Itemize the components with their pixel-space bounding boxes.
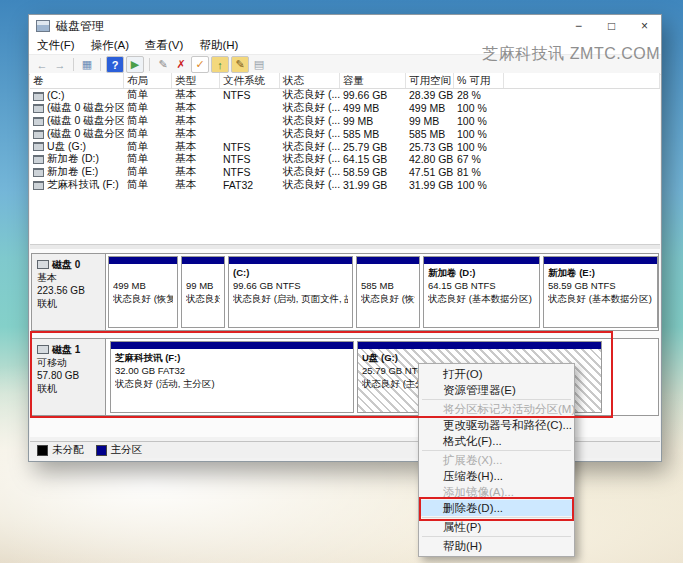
partition-recovery-585mb[interactable]: 585 MB状态良好 (恢复 — [356, 256, 420, 328]
window-controls: − □ × — [562, 15, 661, 37]
toolbar-separator — [73, 58, 74, 71]
partition-d-drive[interactable]: 新加卷 (D:)64.15 GB NTFS状态良好 (基本数据分区) — [423, 256, 540, 328]
help-icon[interactable]: ? — [106, 56, 124, 73]
folder-up-icon[interactable]: ↑ — [211, 56, 229, 73]
primary-partition-stripe — [182, 257, 224, 264]
folder-edit-icon[interactable]: ✎ — [231, 56, 249, 73]
column-header[interactable]: 卷 — [30, 73, 124, 88]
table-cell-filler — [504, 133, 660, 135]
menu-item[interactable]: 压缩卷(H)... — [419, 468, 574, 484]
volume-icon — [33, 168, 44, 177]
volume-icon — [33, 104, 44, 113]
table-cell-filler — [504, 158, 660, 160]
primary-partition-stripe — [229, 257, 352, 264]
partition-system-99mb[interactable]: 99 MB状态良好 ( — [181, 256, 225, 328]
menu-item: 添加镜像(A)... — [419, 484, 574, 500]
fields-icon[interactable]: ▤ — [251, 57, 267, 72]
table-cell: 31.99 GB — [340, 178, 406, 192]
table-cell: 100 % — [454, 178, 504, 192]
table-cell: 基本 — [172, 177, 220, 193]
disk1-header[interactable]: 磁盘 1 可移动 57.80 GB 联机 — [32, 339, 106, 415]
disk0-status: 联机 — [37, 297, 100, 310]
partition-f-drive[interactable]: 芝麻科技讯 (F:)32.00 GB FAT32状态良好 (活动, 主分区) — [110, 341, 354, 413]
volume-table-body: (C:)简单基本NTFS状态良好 (...99.66 GB28.39 GB28 … — [30, 89, 660, 191]
toolbar-separator — [100, 58, 101, 71]
close-button[interactable]: × — [628, 15, 661, 37]
menu-item[interactable]: 打开(O) — [419, 366, 574, 382]
table-cell: NTFS — [220, 88, 280, 102]
console-tree-icon[interactable]: ▦ — [79, 57, 95, 72]
column-header[interactable]: 可用空间 — [406, 73, 454, 88]
legend-primary-partition: 主分区 — [96, 443, 143, 457]
menu-file[interactable]: 文件(F) — [29, 38, 83, 53]
menu-item[interactable]: 更改驱动器号和路径(C)... — [419, 417, 574, 433]
menu-item[interactable]: 格式化(F)... — [419, 433, 574, 449]
volume-icon — [33, 142, 44, 151]
disk0-header[interactable]: 磁盘 0 基本 223.56 GB 联机 — [32, 254, 106, 330]
primary-partition-stripe — [111, 342, 353, 349]
primary-partition-stripe — [109, 257, 177, 264]
table-cell — [220, 107, 280, 109]
primary-partition-stripe — [424, 257, 539, 264]
menu-item[interactable]: 属性(P) — [419, 519, 574, 535]
check-doc-icon[interactable]: ✓ — [191, 56, 209, 73]
menu-separator — [422, 517, 571, 518]
table-cell-filler — [504, 120, 660, 122]
app-icon — [36, 20, 50, 32]
disk-icon — [37, 260, 49, 269]
volume-icon — [33, 117, 44, 126]
toolbar-separator — [149, 58, 150, 71]
rescan-icon[interactable]: ✎ — [155, 57, 171, 72]
table-cell-filler — [504, 184, 660, 186]
volume-icon — [33, 130, 44, 139]
maximize-button[interactable]: □ — [595, 15, 628, 37]
disk1-kind: 可移动 — [37, 356, 100, 369]
menu-item[interactable]: 资源管理器(E) — [419, 382, 574, 398]
column-header[interactable]: 状态 — [280, 73, 340, 88]
disk1-status: 联机 — [37, 382, 100, 395]
primary-partition-stripe — [544, 257, 657, 264]
disk1-name: 磁盘 1 — [52, 343, 80, 356]
column-header[interactable]: 文件系统 — [220, 73, 280, 88]
table-cell — [220, 120, 280, 122]
action-pane-icon[interactable]: ▶ — [126, 56, 144, 73]
table-cell-filler — [504, 146, 660, 148]
minimize-button[interactable]: − — [562, 15, 595, 37]
table-cell: FAT32 — [220, 178, 280, 192]
partition-e-drive[interactable]: 新加卷 (E:)58.59 GB NTFS状态良好 (基本数据分区) — [543, 256, 658, 328]
primary-partition-stripe — [357, 257, 419, 264]
disk0-name: 磁盘 0 — [52, 258, 80, 271]
volume-list: 卷布局类型文件系统状态容量可用空间% 可用 (C:)简单基本NTFS状态良好 (… — [30, 73, 660, 244]
title-bar[interactable]: 磁盘管理 − □ × — [29, 15, 661, 37]
primary-partition-color-swatch — [96, 445, 107, 456]
partition-c-drive[interactable]: (C:)99.66 GB NTFS状态良好 (启动, 页面文件, 故障 — [228, 256, 353, 328]
menu-help[interactable]: 帮助(H) — [191, 38, 246, 53]
table-row[interactable]: 芝麻科技讯 (F:)简单基本FAT32状态良好 (...31.99 GB31.9… — [30, 179, 660, 192]
menu-item: 将分区标记为活动分区(M) — [419, 401, 574, 417]
column-header[interactable]: 容量 — [340, 73, 406, 88]
table-cell-filler — [504, 107, 660, 109]
menu-separator — [422, 450, 571, 451]
forward-icon[interactable]: → — [52, 57, 68, 72]
menu-action[interactable]: 操作(A) — [83, 38, 137, 53]
menu-separator — [422, 399, 571, 400]
table-cell-filler — [504, 171, 660, 173]
window-title: 磁盘管理 — [56, 18, 104, 35]
menu-item[interactable]: 帮助(H) — [419, 538, 574, 554]
watermark-text: 芝麻科技讯 ZMTC.COM — [482, 44, 660, 65]
back-icon[interactable]: ← — [34, 57, 50, 72]
table-cell-filler — [504, 94, 660, 96]
disk0-size: 223.56 GB — [37, 284, 100, 297]
menu-view[interactable]: 查看(V) — [137, 38, 191, 53]
column-header[interactable]: 布局 — [124, 73, 172, 88]
partition-recovery-499mb[interactable]: 499 MB状态良好 (恢复 — [108, 256, 178, 328]
delete-icon[interactable]: ✗ — [173, 57, 189, 72]
table-cell: 状态良好 (... — [280, 177, 340, 193]
column-header[interactable]: 类型 — [172, 73, 220, 88]
column-header[interactable]: % 可用 — [454, 73, 504, 88]
table-cell: 简单 — [124, 177, 172, 193]
menu-item: 扩展卷(X)... — [419, 452, 574, 468]
menu-item[interactable]: 删除卷(D)... — [419, 500, 574, 516]
disk0-kind: 基本 — [37, 271, 100, 284]
desktop: 磁盘管理 − □ × 文件(F) 操作(A) 查看(V) 帮助(H) ←→▦?▶… — [0, 0, 683, 563]
